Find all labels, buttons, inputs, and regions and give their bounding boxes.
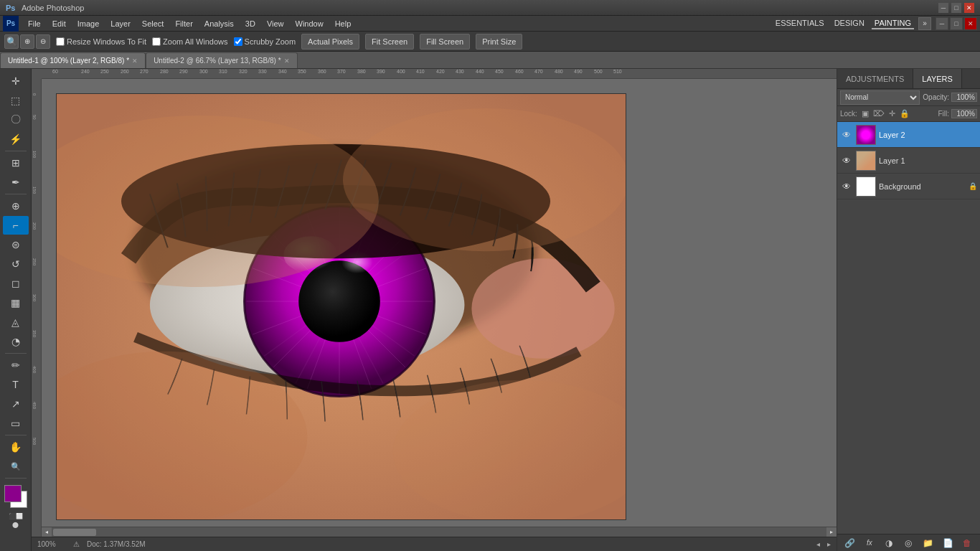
- healing-tool[interactable]: ⊕: [3, 197, 29, 215]
- fill-screen-button[interactable]: Fill Screen: [420, 34, 470, 50]
- ws-essentials[interactable]: ESSENTIALS: [773, 18, 827, 29]
- win-restore-btn[interactable]: □: [950, 17, 963, 30]
- zoom-all-input[interactable]: [152, 37, 161, 46]
- tab1-title: Untitled-1 @ 100% (Layer 2, RGB/8) *: [8, 57, 129, 65]
- status-warning-icon[interactable]: ⚠: [73, 540, 80, 548]
- lock-position-icon[interactable]: ✛: [889, 109, 895, 118]
- link-layers-button[interactable]: 🔗: [842, 536, 858, 550]
- eraser-tool[interactable]: ◻: [3, 274, 29, 293]
- quick-mask-icon[interactable]: ⬤: [12, 522, 19, 528]
- blend-mode-select[interactable]: Normal: [840, 90, 920, 105]
- scroll-right-arrow[interactable]: ▸: [826, 527, 837, 537]
- layer1-thumb-content: [857, 151, 875, 170]
- ws-design[interactable]: DESIGN: [831, 18, 867, 29]
- menu-window[interactable]: Window: [291, 18, 329, 29]
- default-colors-icon[interactable]: ⬛⬜: [9, 513, 23, 519]
- shape-tool[interactable]: ▭: [3, 414, 29, 433]
- brush-tool[interactable]: ⌐: [3, 216, 29, 235]
- dodge-tool[interactable]: ◔: [3, 332, 29, 351]
- print-size-button[interactable]: Print Size: [476, 34, 522, 50]
- fill-value[interactable]: 100%: [951, 109, 977, 118]
- layer1-visibility[interactable]: 👁: [840, 154, 853, 167]
- doc-info-arrow-left[interactable]: ◂: [816, 540, 820, 548]
- menu-help[interactable]: Help: [330, 18, 357, 29]
- zoom-out-icon[interactable]: 🔍: [4, 34, 19, 49]
- resize-windows-checkbox[interactable]: Resize Windows To Fit: [56, 37, 146, 46]
- clone-tool[interactable]: ⊜: [3, 235, 29, 254]
- layer1-name: Layer 1: [879, 156, 977, 165]
- win-minimize-btn[interactable]: ─: [936, 17, 948, 30]
- layer-item-background[interactable]: 👁 Background 🔒: [837, 174, 980, 199]
- type-tool[interactable]: T: [3, 375, 29, 394]
- canvas-area: 60 240 250 260 270 280 290 300 310 320 3…: [32, 69, 837, 551]
- layer2-visibility[interactable]: 👁: [840, 128, 853, 141]
- history-brush-tool[interactable]: ↺: [3, 255, 29, 273]
- menu-image[interactable]: Image: [72, 18, 105, 29]
- actual-pixels-button[interactable]: Actual Pixels: [301, 34, 359, 50]
- background-visibility[interactable]: 👁: [840, 180, 853, 193]
- adjustment-layer-button[interactable]: ◎: [900, 536, 916, 550]
- crop-tool[interactable]: ⊞: [3, 154, 29, 172]
- menu-file[interactable]: File: [23, 18, 46, 29]
- menu-view[interactable]: View: [262, 18, 289, 29]
- scrubby-zoom-checkbox[interactable]: Scrubby Zoom: [234, 37, 296, 46]
- scroll-left-arrow[interactable]: ◂: [42, 527, 52, 537]
- ws-painting[interactable]: PAINTING: [872, 18, 914, 29]
- zoom-tool[interactable]: 🔍: [3, 457, 29, 476]
- lock-image-icon[interactable]: ⌦: [873, 109, 885, 118]
- zoom-in2-icon[interactable]: ⊖: [36, 34, 50, 49]
- minimize-button[interactable]: ─: [938, 3, 948, 13]
- opacity-value[interactable]: 100%: [951, 93, 977, 102]
- foreground-color-swatch[interactable]: [4, 485, 22, 502]
- ruler-corner: [32, 69, 42, 79]
- layers-tab[interactable]: LAYERS: [913, 69, 962, 88]
- zoom-in-icon[interactable]: ⊕: [20, 34, 34, 49]
- gradient-tool[interactable]: ▦: [3, 293, 29, 312]
- lasso-tool[interactable]: 〇: [3, 110, 29, 129]
- menu-select[interactable]: Select: [137, 18, 169, 29]
- quick-select-tool[interactable]: ⚡: [3, 130, 29, 149]
- win-close-btn[interactable]: ✕: [964, 17, 977, 30]
- resize-windows-input[interactable]: [56, 37, 65, 46]
- menu-filter[interactable]: Filter: [170, 18, 197, 29]
- tab-untitled1[interactable]: Untitled-1 @ 100% (Layer 2, RGB/8) * ✕: [0, 52, 146, 68]
- close-button[interactable]: ✕: [964, 3, 974, 13]
- new-group-button[interactable]: 📁: [920, 536, 936, 550]
- delete-layer-button[interactable]: 🗑: [959, 536, 975, 550]
- horizontal-scrollbar[interactable]: ◂ ▸: [42, 527, 837, 537]
- layer-mask-button[interactable]: ◑: [881, 536, 897, 550]
- menu-analysis[interactable]: Analysis: [199, 18, 239, 29]
- scrubby-zoom-input[interactable]: [234, 37, 242, 46]
- hand-tool[interactable]: ✋: [3, 438, 29, 456]
- extend-workspace-button[interactable]: »: [918, 17, 931, 30]
- new-layer-button[interactable]: 📄: [940, 536, 956, 550]
- zoom-all-checkbox[interactable]: Zoom All Windows: [152, 37, 227, 46]
- tool-separator-4: [5, 435, 27, 435]
- marquee-tool[interactable]: ⬚: [3, 91, 29, 110]
- menu-3d[interactable]: 3D: [240, 18, 260, 29]
- menu-edit[interactable]: Edit: [47, 18, 71, 29]
- maximize-button[interactable]: □: [951, 3, 961, 13]
- scroll-thumb[interactable]: [53, 529, 96, 536]
- zoom-all-label: Zoom All Windows: [163, 37, 227, 46]
- tab1-close[interactable]: ✕: [132, 57, 138, 65]
- eye-image-canvas[interactable]: [56, 93, 626, 520]
- lock-all-icon[interactable]: 🔒: [900, 109, 910, 118]
- doc-info-arrow-right[interactable]: ▸: [827, 540, 831, 548]
- fit-screen-button[interactable]: Fit Screen: [365, 34, 414, 50]
- path-select-tool[interactable]: ↗: [3, 395, 29, 413]
- scroll-track[interactable]: [52, 527, 826, 537]
- lock-transparency-icon[interactable]: ▣: [862, 109, 869, 118]
- tab2-close[interactable]: ✕: [284, 57, 290, 65]
- move-tool[interactable]: ✛: [3, 72, 29, 90]
- blur-tool[interactable]: ◬: [3, 313, 29, 331]
- eyedropper-tool[interactable]: ✒: [3, 173, 29, 192]
- vertical-ruler: 0 50 100 150 200 250 300 350 400 450 500: [32, 79, 42, 551]
- pen-tool[interactable]: ✏: [3, 356, 29, 375]
- layer-effects-button[interactable]: fx: [862, 536, 877, 550]
- layer-item-layer1[interactable]: 👁 Layer 1: [837, 148, 980, 174]
- menu-layer[interactable]: Layer: [105, 18, 136, 29]
- adjustments-tab[interactable]: ADJUSTMENTS: [837, 69, 913, 88]
- layer-item-layer2[interactable]: 👁 Layer 2: [837, 122, 980, 148]
- tab-untitled2[interactable]: Untitled-2 @ 66.7% (Layer 13, RGB/8) * ✕: [146, 52, 297, 68]
